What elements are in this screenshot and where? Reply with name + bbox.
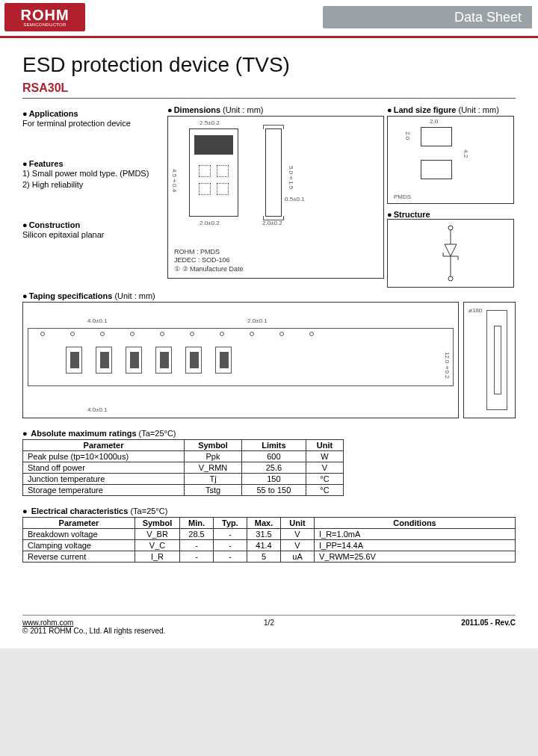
tape-component — [160, 352, 169, 368]
elec-th-unit: Unit — [281, 517, 315, 528]
cell: V_C — [135, 539, 180, 551]
dimensions-figure: 2.5±0.2 4.5±0.4 2.0±0.2 5.0±1.5 2.0±0.2 … — [167, 116, 384, 279]
cell: 41.4 — [247, 539, 281, 551]
land-heading: Land size figure (Unit : mm) — [387, 105, 514, 116]
applications-heading: Applications — [22, 109, 164, 118]
absmax-table: Parameter Symbol Limits Unit Peak pulse … — [22, 439, 344, 496]
tape-pocket — [155, 347, 172, 374]
applications-text: For terminal protection device — [22, 118, 164, 129]
cell: 31.5 — [247, 528, 281, 539]
mark-circle-3 — [199, 183, 211, 195]
absmax-cond: (Ta=25°C) — [139, 429, 176, 438]
structure-heading: Structure — [387, 210, 514, 219]
table-row: Storage temperatureTstg55 to 150°C — [23, 484, 344, 495]
table-row: Reverse currentI_R--5uAV_RWM=25.6V — [23, 551, 516, 562]
left-column: Applications For terminal protection dev… — [22, 105, 164, 288]
taping-row: 4.0±0.1 2.0±0.1 12.0±0.2 4.0±0.1 ø180 — [22, 302, 516, 418]
footer-url: www.rohm.com — [22, 619, 165, 627]
elec-th-min: Min. — [180, 517, 214, 528]
footer-page-number: 1/2 — [264, 619, 274, 627]
cell: I_PP=14.4A — [315, 539, 516, 551]
dim-thickness: 2.0±0.2 — [262, 220, 282, 226]
land-pkg: PMDS — [394, 193, 411, 200]
table-row: Breakdown voltageV_BR28.5-31.5VI_R=1.0mA — [23, 528, 516, 539]
dim-lead-h: 0.5±0.1 — [285, 196, 305, 202]
svg-point-0 — [448, 226, 453, 230]
mark-circle-4 — [217, 183, 229, 195]
footer-revision: 2011.05 - Rev.C — [461, 619, 516, 635]
cell: Tstg — [185, 484, 242, 495]
cell: V_RWM=25.6V — [315, 551, 516, 562]
middle-column: Dimensions (Unit : mm) 2.5±0.2 4.5±0.4 2… — [167, 105, 384, 288]
land-label: Land size figure — [387, 105, 456, 114]
sprocket-hole — [309, 332, 314, 336]
absmax-th-unit: Unit — [306, 439, 343, 450]
cell: 55 to 150 — [241, 484, 306, 495]
tape-pocket — [215, 347, 232, 374]
elec-th-parameter: Parameter — [23, 517, 135, 528]
table-row: Clamping voltageV_C--41.4VI_PP=14.4A — [23, 539, 516, 551]
cell: V_BR — [135, 528, 180, 539]
cell: I_R — [135, 551, 180, 562]
elec-heading: Electrical characteristics (Ta=25°C) — [22, 506, 516, 515]
cell: Ppk — [185, 450, 242, 462]
cell: 150 — [241, 473, 306, 484]
sprocket-hole — [130, 332, 134, 336]
tape-component — [220, 352, 229, 368]
cell: V — [281, 528, 315, 539]
sprocket-hole — [279, 332, 284, 336]
cell: V_RMN — [185, 462, 242, 473]
cell: - — [214, 539, 247, 551]
elec-th-max: Max. — [247, 517, 281, 528]
taping-heading: Taping specifications (Unit : mm) — [22, 291, 516, 302]
marking-legend: ① ② Manufacture Date — [174, 265, 244, 273]
table-row: Peak pulse (tp=10×1000us)Ppk600W — [23, 450, 344, 462]
reel-side-view — [486, 310, 507, 410]
dim-overall-h: 5.0±1.5 — [288, 166, 294, 189]
features-heading: Features — [22, 159, 164, 168]
package-notes: ROHM : PMDS JEDEC : SOD-106 ① ② Manufact… — [174, 248, 244, 273]
land-pad-w: 2.0 — [430, 118, 438, 125]
reel-figure: ø180 — [463, 302, 516, 418]
dim-body-w: 2.5±0.2 — [200, 120, 220, 126]
taping-width-right: 12.0±0.2 — [444, 352, 451, 379]
top-bar: ROHM SEMICONDUCTOR Data Sheet — [0, 0, 538, 34]
page-footer: www.rohm.com © 2011 ROHM Co., Ltd. All r… — [22, 615, 516, 648]
svg-point-7 — [448, 276, 453, 281]
absmax-th-limits: Limits — [241, 439, 306, 450]
cell: 28.5 — [180, 528, 214, 539]
elec-th-conditions: Conditions — [315, 517, 516, 528]
rohm-logo: ROHM SEMICONDUCTOR — [4, 3, 85, 31]
mark-circle-2 — [217, 165, 229, 177]
top-lead — [263, 125, 284, 129]
tvs-diode-symbol-icon — [436, 223, 466, 283]
cell: - — [180, 539, 214, 551]
reel-slot — [494, 326, 501, 394]
tape-pocket — [185, 347, 202, 374]
upper-grid: Applications For terminal protection dev… — [22, 105, 516, 288]
land-pad-h: 2.0 — [404, 131, 411, 140]
land-pitch: 4.2 — [463, 149, 469, 158]
sprocket-hole — [160, 332, 164, 336]
table-row: Junction temperatureTj150°C — [23, 473, 344, 484]
svg-marker-2 — [445, 244, 457, 256]
land-unit: (Unit : mm) — [458, 105, 498, 114]
cell: W — [306, 450, 343, 462]
cell: °C — [306, 473, 343, 484]
table-row: Stand off powerV_RMN25.6V — [23, 462, 344, 473]
dimensions-unit: (Unit : mm) — [223, 105, 263, 114]
tape-pocket — [126, 347, 142, 374]
mark-circle-1 — [199, 165, 211, 177]
land-pad-top — [421, 127, 452, 146]
logo-text: ROHM — [20, 7, 69, 22]
sprocket-hole — [100, 332, 105, 336]
taping-figure: 4.0±0.1 2.0±0.1 12.0±0.2 4.0±0.1 — [22, 302, 459, 418]
cell: 5 — [247, 551, 281, 562]
features-item-1: 1) Small power mold type. (PMDS) — [22, 168, 164, 179]
elec-th-symbol: Symbol — [135, 517, 180, 528]
package-name: ROHM : PMDS — [174, 248, 244, 256]
construction-heading: Construction — [22, 220, 164, 229]
taping-pitch: 4.0±0.1 — [87, 317, 108, 324]
taping-label: Taping specifications — [22, 291, 112, 300]
cell: Junction temperature — [23, 473, 185, 484]
